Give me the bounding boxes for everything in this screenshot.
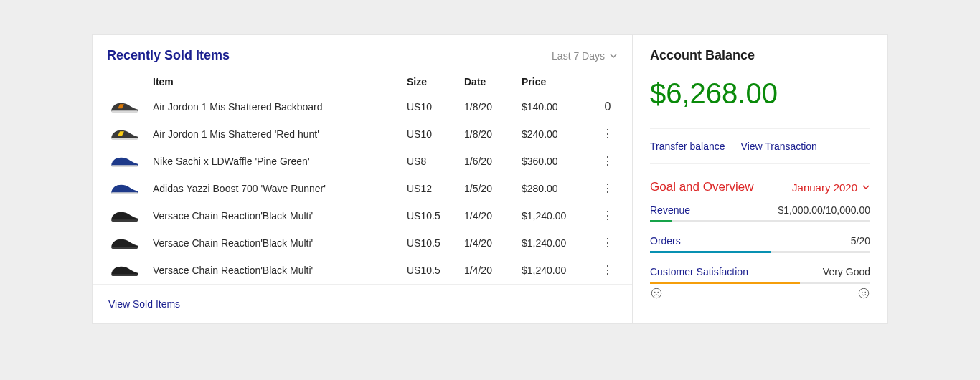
item-thumbnail	[95, 179, 153, 198]
item-name: Versace Chain Reaction'Black Multi'	[153, 237, 407, 249]
view-transaction-link[interactable]: View Transaction	[741, 141, 817, 152]
transfer-balance-link[interactable]: Transfer balance	[650, 141, 725, 152]
item-price: $240.00	[522, 128, 593, 140]
item-size: US12	[407, 183, 464, 194]
sold-panel-footer: View Sold Items	[93, 284, 632, 323]
sold-panel-title: Recently Sold Items	[107, 48, 230, 63]
item-thumbnail	[95, 125, 153, 143]
orders-value: 5/20	[851, 235, 870, 247]
col-date: Date	[464, 76, 522, 87]
item-price: $140.00	[522, 101, 593, 113]
table-body: Air Jordon 1 Mis Shattered BackboardUS10…	[93, 93, 632, 284]
item-name: Versace Chain Reaction'Black Multi'	[153, 265, 407, 276]
revenue-label: Revenue	[650, 204, 690, 216]
chevron-down-icon	[862, 183, 870, 191]
item-thumbnail	[95, 206, 153, 225]
item-date: 1/8/20	[464, 101, 522, 113]
item-size: US10.5	[407, 265, 464, 276]
item-size: US10.5	[407, 237, 464, 249]
orders-label: Orders	[650, 235, 681, 247]
row-actions-menu: 0	[593, 100, 622, 113]
item-price: $1,240.00	[522, 237, 593, 249]
satisfaction-label: Customer Satisfaction	[650, 266, 748, 277]
col-price: Price	[522, 76, 593, 87]
item-price: $280.00	[522, 183, 593, 194]
table-row: Air Jordon 1 Mis Shattered 'Red hunt'US1…	[93, 120, 632, 148]
satisfaction-bar	[650, 282, 870, 284]
svg-point-9	[658, 292, 659, 293]
row-actions-menu[interactable]: ⋮	[593, 210, 622, 222]
balance-amount: $6,268.00	[650, 63, 870, 128]
table-row: Nike Sachi x LDWaffle 'Pine Green'US81/6…	[93, 148, 632, 175]
view-sold-items-link[interactable]: View Sold Items	[108, 298, 180, 310]
svg-point-11	[862, 292, 863, 293]
svg-point-8	[654, 292, 656, 293]
item-date: 1/4/20	[464, 237, 522, 249]
item-price: $1,240.00	[522, 210, 593, 222]
col-item: Item	[153, 76, 407, 87]
date-filter-dropdown[interactable]: Last 7 Days	[552, 50, 618, 62]
row-actions-menu[interactable]: ⋮	[593, 156, 622, 167]
table-header: Item Size Date Price	[93, 69, 632, 93]
item-date: 1/4/20	[464, 210, 522, 222]
row-actions-menu[interactable]: ⋮	[593, 183, 622, 194]
revenue-bar-fill	[650, 220, 672, 222]
satisfaction-bar-fill	[650, 282, 800, 284]
revenue-bar	[650, 220, 870, 222]
chevron-down-icon	[609, 52, 618, 60]
item-thumbnail	[95, 261, 153, 280]
svg-rect-2	[111, 165, 138, 167]
recently-sold-panel: Recently Sold Items Last 7 Days Item Siz…	[93, 35, 632, 323]
satisfaction-smiley-row	[650, 284, 870, 300]
row-actions-menu[interactable]: ⋮	[593, 237, 622, 249]
svg-rect-0	[111, 110, 138, 113]
item-name: Versace Chain Reaction'Black Multi'	[153, 210, 407, 222]
orders-bar	[650, 251, 870, 253]
smile-icon	[857, 287, 870, 300]
satisfaction-metric: Customer Satisfaction Very Good	[650, 266, 870, 313]
sold-items-table: Item Size Date Price Air Jordon 1 Mis Sh…	[93, 69, 632, 284]
orders-bar-fill	[650, 251, 771, 253]
item-date: 1/8/20	[464, 128, 522, 140]
item-date: 1/4/20	[464, 265, 522, 276]
goal-month-dropdown[interactable]: January 2020	[792, 181, 870, 194]
dashboard-container: Recently Sold Items Last 7 Days Item Siz…	[92, 34, 888, 324]
svg-point-10	[859, 288, 869, 298]
item-thumbnail	[95, 234, 153, 252]
date-filter-label: Last 7 Days	[552, 50, 605, 62]
item-thumbnail	[95, 98, 153, 116]
frown-icon	[650, 287, 663, 300]
item-size: US10	[407, 101, 464, 113]
row-actions-menu[interactable]: ⋮	[593, 128, 622, 140]
item-name: Air Jordon 1 Mis Shattered 'Red hunt'	[153, 128, 407, 140]
item-name: Adidas Yazzi Boost 700 'Wave Runner'	[153, 183, 407, 194]
item-thumbnail	[95, 152, 153, 171]
svg-point-12	[865, 292, 867, 293]
goal-title: Goal and Overview	[650, 180, 754, 194]
item-size: US10.5	[407, 210, 464, 222]
account-balance-section: Account Balance $6,268.00 Transfer balan…	[633, 35, 887, 313]
item-date: 1/5/20	[464, 183, 522, 194]
svg-point-7	[651, 288, 661, 298]
row-actions-menu[interactable]: ⋮	[593, 265, 622, 276]
satisfaction-value: Very Good	[823, 266, 870, 277]
balance-links: Transfer balance View Transaction	[650, 128, 870, 164]
balance-title: Account Balance	[650, 48, 870, 63]
svg-rect-3	[111, 192, 138, 194]
item-price: $360.00	[522, 156, 593, 167]
table-row: Versace Chain Reaction'Black Multi'US10.…	[93, 202, 632, 229]
orders-metric: Orders 5/20	[650, 235, 870, 266]
svg-rect-5	[111, 247, 138, 249]
item-size: US8	[407, 156, 464, 167]
col-size: Size	[407, 76, 464, 87]
item-name: Air Jordon 1 Mis Shattered Backboard	[153, 101, 407, 113]
right-panel: Account Balance $6,268.00 Transfer balan…	[632, 35, 887, 323]
item-name: Nike Sachi x LDWaffle 'Pine Green'	[153, 156, 407, 167]
revenue-value: $1,000.00/10,000.00	[778, 204, 870, 216]
item-price: $1,240.00	[522, 265, 593, 276]
svg-rect-6	[111, 274, 138, 276]
item-date: 1/6/20	[464, 156, 522, 167]
revenue-metric: Revenue $1,000.00/10,000.00	[650, 204, 870, 235]
table-row: Versace Chain Reaction'Black Multi'US10.…	[93, 257, 632, 284]
item-size: US10	[407, 128, 464, 140]
